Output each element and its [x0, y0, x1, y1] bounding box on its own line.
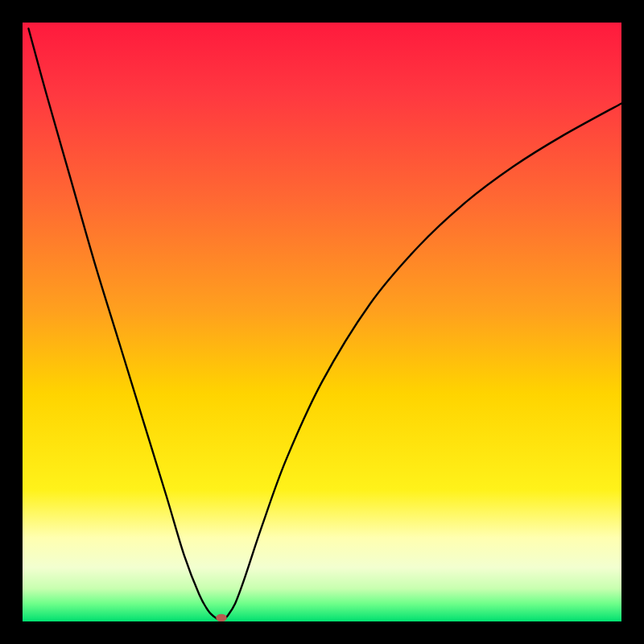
- bottleneck-chart: [23, 23, 621, 621]
- chart-frame: TheBottleneck.com: [23, 23, 621, 621]
- minimum-marker: [216, 614, 226, 621]
